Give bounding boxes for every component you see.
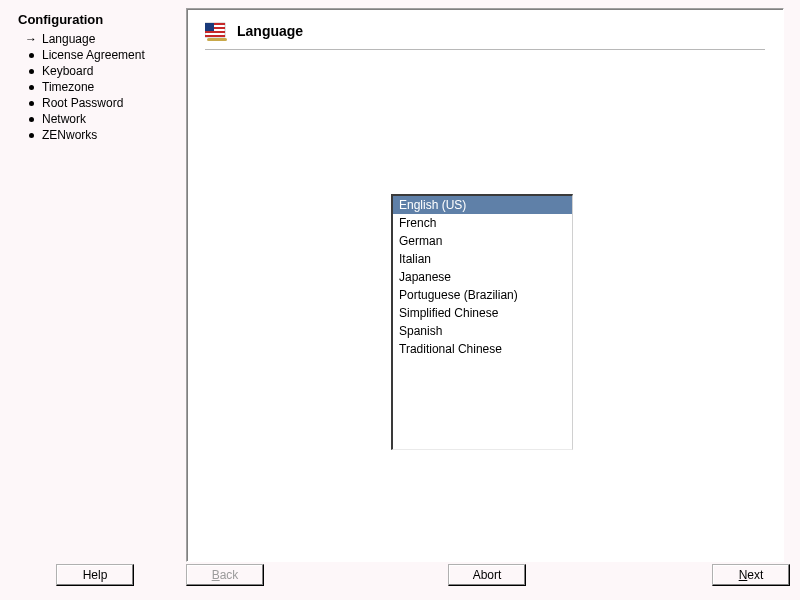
sidebar-step-label: Keyboard: [42, 64, 93, 78]
step-list: →LanguageLicense AgreementKeyboardTimezo…: [18, 31, 178, 143]
sidebar-step: ZENworks: [18, 127, 178, 143]
next-button[interactable]: Next: [712, 564, 790, 586]
help-button[interactable]: Help: [56, 564, 134, 586]
sidebar-step: Timezone: [18, 79, 178, 95]
next-button-label: Next: [739, 568, 764, 582]
language-option[interactable]: Portuguese (Brazilian): [393, 286, 572, 304]
sidebar-step: License Agreement: [18, 47, 178, 63]
svg-rect-6: [207, 38, 227, 41]
language-option[interactable]: French: [393, 214, 572, 232]
back-button-label: Back: [212, 568, 239, 582]
sidebar-step-label: License Agreement: [42, 48, 145, 62]
language-option[interactable]: Italian: [393, 250, 572, 268]
bullet-icon: [24, 53, 38, 58]
language-option[interactable]: English (US): [393, 196, 572, 214]
language-option[interactable]: Traditional Chinese: [393, 340, 572, 358]
bullet-icon: [24, 101, 38, 106]
language-option[interactable]: Simplified Chinese: [393, 304, 572, 322]
page-title: Language: [237, 23, 303, 39]
language-listbox[interactable]: English (US)FrenchGermanItalianJapaneseP…: [391, 194, 573, 450]
bullet-icon: [24, 69, 38, 74]
svg-rect-4: [205, 35, 225, 37]
sidebar: Configuration →LanguageLicense Agreement…: [18, 12, 178, 143]
language-option[interactable]: Japanese: [393, 268, 572, 286]
sidebar-title: Configuration: [18, 12, 178, 27]
svg-rect-5: [205, 23, 214, 31]
help-button-label: Help: [83, 568, 108, 582]
sidebar-step: →Language: [18, 31, 178, 47]
sidebar-step-label: Language: [42, 32, 95, 46]
sidebar-step-label: Root Password: [42, 96, 123, 110]
flag-icon: [205, 21, 227, 41]
arrow-icon: →: [24, 33, 38, 45]
language-option[interactable]: Spanish: [393, 322, 572, 340]
sidebar-step: Keyboard: [18, 63, 178, 79]
bullet-icon: [24, 117, 38, 122]
abort-button-label: Abort: [473, 568, 502, 582]
sidebar-step-label: Network: [42, 112, 86, 126]
svg-rect-3: [205, 31, 225, 33]
bullet-icon: [24, 133, 38, 138]
bullet-icon: [24, 85, 38, 90]
abort-button[interactable]: Abort: [448, 564, 526, 586]
sidebar-step-label: ZENworks: [42, 128, 97, 142]
language-option[interactable]: German: [393, 232, 572, 250]
button-row: Help Back Abort Next: [0, 564, 800, 588]
main-header: Language: [205, 21, 765, 50]
sidebar-step-label: Timezone: [42, 80, 94, 94]
main-panel: Language English (US)FrenchGermanItalian…: [186, 8, 784, 562]
back-button: Back: [186, 564, 264, 586]
sidebar-step: Network: [18, 111, 178, 127]
sidebar-step: Root Password: [18, 95, 178, 111]
